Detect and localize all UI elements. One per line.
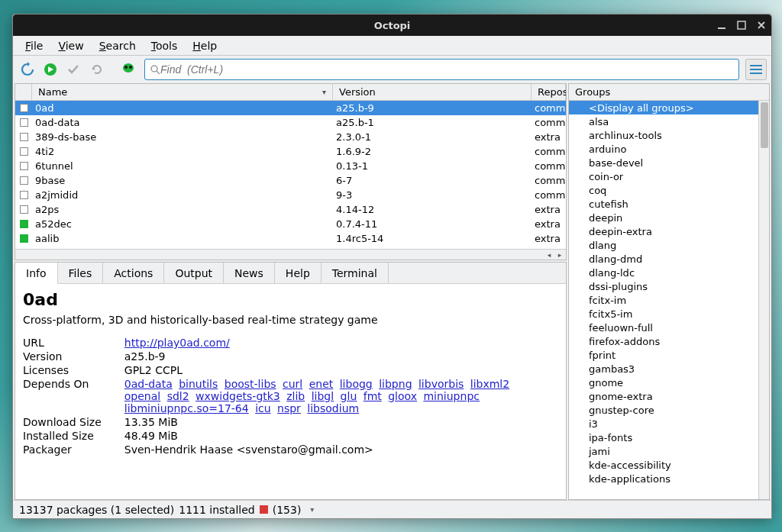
group-item[interactable]: feeluown-full [569,321,758,334]
col-repo[interactable]: Repos [532,84,566,100]
table-row[interactable]: 4ti2 1.6.9-2 comm [15,144,566,159]
table-row[interactable]: 9base 6-7 comm [15,173,566,188]
scrollbar-thumb[interactable] [761,102,768,148]
dependency-link[interactable]: libogg [340,378,373,390]
group-item[interactable]: firefox-addons [569,334,758,348]
commit-button[interactable] [40,60,60,79]
dependency-link[interactable]: libminiupnpc.so=17-64 [124,402,249,414]
titlebar[interactable]: Octopi [13,15,771,36]
horizontal-scrollbar[interactable]: ◂ ▸ [15,249,566,260]
dependency-link[interactable]: libpng [379,378,412,390]
col-status[interactable] [15,84,32,100]
field-url-link[interactable]: http://play0ad.com/ [124,337,230,349]
tab-actions[interactable]: Actions [103,263,164,283]
dependency-link[interactable]: binutils [179,378,218,390]
group-item[interactable]: jami [569,444,758,458]
tab-files[interactable]: Files [58,263,104,283]
group-item[interactable]: coq [569,183,758,197]
table-row[interactable]: a52dec 0.7.4-11 extra [15,217,566,231]
table-row[interactable]: a2ps 4.14-12 extra [15,202,566,217]
group-item[interactable]: i3 [569,417,758,430]
menu-file[interactable]: File [19,38,49,53]
table-row[interactable]: 389-ds-base 2.3.0-1 extra [15,130,566,144]
table-row[interactable]: 0ad-data a25.b-1 comm [15,115,566,130]
tab-terminal[interactable]: Terminal [322,263,389,283]
group-item[interactable]: arduino [569,142,758,156]
group-item[interactable]: base-devel [569,156,758,169]
col-name[interactable]: Name▾ [32,84,333,100]
minimize-button[interactable] [716,20,727,31]
dependency-link[interactable]: curl [283,378,302,390]
groups-scrollbar[interactable] [758,101,769,499]
col-version[interactable]: Version [333,84,532,100]
dependency-link[interactable]: libgl [312,390,334,402]
group-item[interactable]: gnome-extra [569,389,758,403]
tab-info[interactable]: Info [15,263,58,284]
group-item[interactable]: archlinux-tools [569,128,758,142]
status-installed: 1111 installed [179,504,254,516]
group-item[interactable]: deepin-extra [569,224,758,238]
dependency-link[interactable]: fmt [364,390,382,402]
apply-button[interactable] [63,60,83,79]
search-box[interactable] [144,59,739,80]
maximize-button[interactable] [736,20,747,31]
dependency-link[interactable]: libsodium [307,402,359,414]
group-item[interactable]: coin-or [569,169,758,183]
status-dropdown-icon[interactable]: ▾ [310,505,314,514]
pkg-name: 389-ds-base [32,131,333,143]
group-item[interactable]: deepin [569,211,758,224]
hamburger-button[interactable] [745,59,767,80]
dependency-link[interactable]: 0ad-data [124,378,173,390]
group-item[interactable]: dlang [569,238,758,252]
tab-news[interactable]: News [224,263,275,283]
dependency-link[interactable]: glu [341,390,357,402]
scroll-right-icon[interactable]: ▸ [555,250,564,260]
group-item[interactable]: gnustep-core [569,403,758,417]
field-packager-label: Packager [23,443,124,457]
pkg-repo: comm [532,117,566,128]
dependency-link[interactable]: nspr [277,402,301,414]
group-item[interactable]: kde-accessibility [569,458,758,472]
table-row[interactable]: 0ad a25.b-9 comm [15,101,566,115]
table-row[interactable]: 6tunnel 0.13-1 comm [15,159,566,173]
group-item[interactable]: cutefish [569,197,758,211]
dependency-link[interactable]: libvorbis [418,378,464,390]
group-item[interactable]: gnome [569,376,758,389]
group-item[interactable]: fcitx5-im [569,307,758,321]
group-item[interactable]: dssi-plugins [569,279,758,293]
dependency-link[interactable]: wxwidgets-gtk3 [196,390,280,402]
dependency-link[interactable]: boost-libs [225,378,276,390]
group-item[interactable]: fcitx-im [569,293,758,307]
menu-search[interactable]: Search [93,38,142,53]
scroll-left-icon[interactable]: ◂ [544,250,554,260]
dependency-link[interactable]: openal [124,390,160,402]
group-item[interactable]: <Display all groups> [569,101,758,114]
dependency-link[interactable]: sdl2 [167,390,189,402]
dependency-link[interactable]: gloox [388,390,417,402]
dependency-link[interactable]: zlib [286,390,305,402]
table-row[interactable]: a2jmidid 9-3 comm [15,188,566,202]
tab-output[interactable]: Output [164,263,224,283]
dependency-link[interactable]: enet [309,378,334,390]
dependency-link[interactable]: miniupnpc [423,390,480,402]
search-input[interactable] [160,63,734,76]
undo-button[interactable] [86,60,106,79]
aur-button[interactable] [118,60,138,79]
tab-help[interactable]: Help [275,263,322,283]
group-item[interactable]: kde-applications [569,472,758,485]
group-item[interactable]: gambas3 [569,362,758,376]
group-item[interactable]: dlang-dmd [569,252,758,266]
group-item[interactable]: ipa-fonts [569,430,758,444]
sync-button[interactable] [18,60,37,79]
group-item[interactable]: dlang-ldc [569,266,758,279]
dependency-link[interactable]: icu [255,402,270,414]
close-button[interactable] [756,20,767,31]
group-item[interactable]: alsa [569,114,758,128]
dependency-link[interactable]: libxml2 [470,378,509,390]
menu-help[interactable]: Help [186,38,223,53]
group-item[interactable]: fprint [569,348,758,362]
groups-header[interactable]: Groups [569,84,769,101]
table-row[interactable]: aalib 1.4rc5-14 extra [15,231,566,246]
menu-view[interactable]: View [52,38,89,53]
menu-tools[interactable]: Tools [145,38,184,53]
